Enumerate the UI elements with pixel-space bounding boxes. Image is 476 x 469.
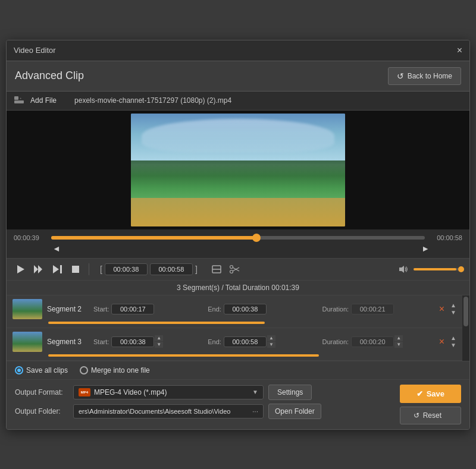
start-spin-down-3[interactable]: ▼ xyxy=(155,342,163,348)
segment-start-input-2[interactable] xyxy=(111,304,154,314)
folder-dots-button[interactable]: ··· xyxy=(252,407,258,416)
end-spin-up-3[interactable]: ▲ xyxy=(267,335,275,341)
format-mp4-icon: MP4 xyxy=(79,388,90,396)
bracket-right: ] xyxy=(195,265,198,274)
timeline-track[interactable] xyxy=(51,236,425,240)
save-all-clips-radio[interactable] xyxy=(15,366,23,374)
volume-section xyxy=(396,264,461,275)
end-spinners-3: ▲ ▼ xyxy=(267,335,275,348)
duration-label-3: Duration: xyxy=(322,338,349,345)
segment-content: Segment 2 Start: End: Duration: × xyxy=(7,295,462,361)
open-folder-button[interactable]: Open Folder xyxy=(268,404,321,419)
stop-button[interactable] xyxy=(70,265,82,274)
segment-label-2: Segment 2 xyxy=(47,305,89,313)
radio-inner-active xyxy=(17,369,21,372)
merge-label: Merge into one file xyxy=(91,366,150,374)
save-all-clips-option[interactable]: Save all clips xyxy=(15,366,68,374)
seg-arrow-up-2[interactable]: ▲ xyxy=(450,303,456,309)
play-button[interactable] xyxy=(15,264,27,275)
add-file-button[interactable]: Add File xyxy=(30,96,57,105)
volume-icon[interactable] xyxy=(396,264,410,275)
segment-start-group-2: Start: xyxy=(93,304,203,314)
segment-close-button-3[interactable]: × xyxy=(439,336,444,347)
end-time-input[interactable] xyxy=(150,263,193,275)
controls-section: [ ] xyxy=(7,258,469,280)
file-name-label: pexels-movie-channet-17517297 (1080p) (2… xyxy=(74,96,231,105)
timeline-row: 00:00:39 00:00:58 xyxy=(14,234,462,241)
dur-spin-up-3[interactable]: ▲ xyxy=(394,335,403,341)
segment-arrows-3: ▲ ▼ xyxy=(450,335,456,348)
start-time-input[interactable] xyxy=(105,263,148,275)
svg-rect-8 xyxy=(72,266,79,273)
segment-start-group-3: Start: ▲ ▼ xyxy=(93,335,203,348)
segment-close-button-2[interactable]: × xyxy=(439,304,444,314)
format-text: MPEG-4 Video (*.mp4) xyxy=(94,388,249,396)
bracket-left: [ xyxy=(100,265,102,274)
svg-rect-7 xyxy=(60,265,62,273)
segment-scroll-thumb[interactable] xyxy=(464,297,468,326)
video-thumbnail xyxy=(131,114,345,226)
seg-arrow-down-2[interactable]: ▼ xyxy=(450,310,456,316)
folder-row: Output Folder: ers\Administrator\Documen… xyxy=(15,404,394,419)
reset-button[interactable]: ↺ Reset xyxy=(400,407,461,424)
video-preview xyxy=(7,111,469,229)
volume-thumb[interactable] xyxy=(458,266,464,272)
svg-point-12 xyxy=(230,270,233,273)
scissors-icon[interactable] xyxy=(227,263,243,275)
format-select[interactable]: MP4 MPEG-4 Video (*.mp4) ▼ xyxy=(73,385,264,399)
options-section: Save all clips Merge into one file xyxy=(7,361,469,379)
save-button[interactable]: ✔ Save xyxy=(400,385,461,403)
close-button[interactable]: × xyxy=(457,45,462,56)
segment-thumbnail-2 xyxy=(12,299,42,319)
segment-label-3: Segment 3 xyxy=(47,338,89,346)
segment-duration-group-3: Duration: ▲ ▼ xyxy=(322,335,432,348)
back-to-home-button[interactable]: ↺ Back to Home xyxy=(388,67,461,85)
segment-row-2: Segment 2 Start: End: Duration: × xyxy=(12,299,456,319)
end-spin-down-3[interactable]: ▼ xyxy=(267,342,275,348)
segment-start-input-3[interactable] xyxy=(111,336,154,347)
refresh-icon: ↺ xyxy=(397,71,404,81)
segment-progress-fill-3 xyxy=(48,354,319,357)
seg-arrow-down-3[interactable]: ▼ xyxy=(450,342,456,348)
start-spinners-3: ▲ ▼ xyxy=(155,335,163,348)
merge-radio[interactable] xyxy=(80,366,88,374)
back-to-home-label: Back to Home xyxy=(408,72,452,80)
start-spin-up-3[interactable]: ▲ xyxy=(155,335,163,341)
format-label: Output Format: xyxy=(15,388,68,396)
folder-label: Output Folder: xyxy=(15,407,68,416)
start-label-2: Start: xyxy=(93,306,109,313)
save-label: Save xyxy=(427,389,444,398)
segment-duration-input-3 xyxy=(351,336,394,347)
skip-end-button[interactable] xyxy=(51,264,65,275)
segment-progress-fill-2 xyxy=(48,322,265,324)
time-inputs: [ ] xyxy=(100,263,198,275)
save-all-clips-label: Save all clips xyxy=(26,366,68,374)
fast-forward-button[interactable] xyxy=(32,264,46,275)
trim-handle-right[interactable]: ► xyxy=(421,244,430,253)
header-bar: Advanced Clip ↺ Back to Home xyxy=(7,61,469,92)
timeline-end-label: 00:00:58 xyxy=(430,234,462,241)
segments-header: 3 Segment(s) / Total Duration 00:01:39 xyxy=(7,280,469,295)
segment-progress-3 xyxy=(48,354,409,357)
segment-end-input-2[interactable] xyxy=(224,304,267,314)
reset-label: Reset xyxy=(423,411,441,420)
segment-item-3: Segment 3 Start: ▲ ▼ End: xyxy=(7,328,462,361)
merge-option[interactable]: Merge into one file xyxy=(80,366,150,374)
volume-fill xyxy=(414,268,456,270)
timeline-start-label: 00:00:39 xyxy=(14,234,46,241)
svg-rect-0 xyxy=(14,96,18,100)
dur-spin-down-3[interactable]: ▼ xyxy=(394,342,403,348)
main-window: Video Editor × Advanced Clip ↺ Back to H… xyxy=(6,40,470,430)
segment-end-input-3[interactable] xyxy=(224,336,267,347)
output-left: Output Format: MP4 MPEG-4 Video (*.mp4) … xyxy=(15,385,394,423)
clip-icon[interactable] xyxy=(209,264,224,275)
trim-handle-left[interactable]: ◄ xyxy=(52,244,61,253)
settings-button[interactable]: Settings xyxy=(268,385,312,400)
volume-slider[interactable] xyxy=(414,268,461,270)
segment-scrollbar[interactable] xyxy=(462,295,469,361)
format-dropdown-arrow: ▼ xyxy=(252,389,258,395)
save-checkmark-icon: ✔ xyxy=(416,389,423,398)
seg-arrow-up-3[interactable]: ▲ xyxy=(450,335,456,341)
timeline-thumb[interactable] xyxy=(252,234,261,242)
duration-label-2: Duration: xyxy=(322,306,349,313)
